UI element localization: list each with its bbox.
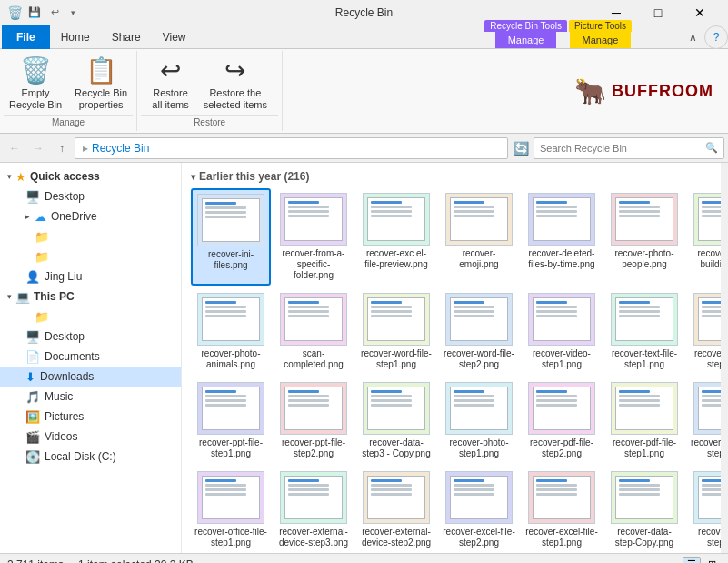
file-item[interactable]: recover-emoji.png	[439, 188, 519, 286]
sidebar-item-folder2[interactable]: 📁	[0, 246, 181, 266]
search-input[interactable]	[540, 143, 702, 154]
file-item[interactable]: recover-pdf-file-step2.png	[522, 377, 602, 464]
restore-group-label: Restore	[141, 115, 278, 129]
file-item[interactable]: recover-text-file-step1.png	[687, 288, 728, 375]
file-item[interactable]: recover-external-device-step2.png	[356, 467, 436, 553]
window-title: Recycle Bin	[335, 6, 393, 19]
ribbon-collapse-btn[interactable]: ∧	[681, 25, 704, 49]
empty-btn-label: EmptyRecycle Bin	[9, 87, 62, 111]
file-item[interactable]: recover-photo-buildings.png	[687, 188, 728, 286]
file-name: recover-excel-file-step2.png	[443, 527, 515, 548]
file-item[interactable]: recover-excel-file-step2.png	[439, 467, 519, 553]
file-grid: recover-ini-files.pngrecover-from-a-spec…	[189, 188, 713, 553]
tab-picture-tools[interactable]: Manage	[570, 32, 632, 48]
file-item[interactable]: recover-word-file-step2.png	[439, 288, 519, 375]
sidebar-item-desktop-qa[interactable]: 🖥️ Desktop	[0, 186, 181, 206]
quick-access-dropdown-btn[interactable]: ▾	[66, 5, 79, 21]
file-item[interactable]: recover-external-device-step3.png	[274, 467, 354, 553]
file-item[interactable]: recover-photo-step1.png	[439, 377, 519, 464]
large-icons-view-button[interactable]: ⊞	[703, 557, 721, 563]
file-item[interactable]: recover-excel-file-step1.png	[522, 467, 602, 553]
file-name: recover-office-file-step1.png	[194, 527, 267, 548]
sidebar-item-local-disk[interactable]: 💽 Local Disk (C:)	[0, 447, 181, 467]
file-item[interactable]: scan-completed.png	[274, 288, 354, 375]
file-item[interactable]: recover-email-step1.png	[687, 467, 728, 553]
local-disk-label: Local Disk (C:)	[45, 450, 116, 463]
file-item[interactable]: recover-ppt-file-step2.png	[274, 377, 354, 464]
search-bar[interactable]: 🔍	[534, 137, 724, 159]
file-thumbnail	[280, 193, 347, 246]
file-item[interactable]: recover-data-step-Copy.png	[604, 467, 684, 553]
file-thumbnail	[197, 471, 264, 524]
tab-recycle-bin[interactable]: Manage	[495, 32, 557, 48]
restore-selected-button[interactable]: ↪ Restore theselected items	[198, 56, 273, 113]
file-item[interactable]: recover-photo-people.png	[604, 188, 684, 286]
file-thumbnail	[528, 293, 595, 346]
file-name: recover-ppt-file-step2.png	[277, 437, 350, 459]
file-thumbnail	[363, 193, 430, 246]
file-item[interactable]: recover-office-file-step1.png	[191, 467, 271, 553]
buffroom-logo-text: BUFFROOM	[612, 82, 713, 101]
tab-share[interactable]: Share	[101, 25, 152, 49]
file-item[interactable]: recover-ini-files.png	[191, 188, 271, 286]
file-item[interactable]: recover-pdf-file-step1.png	[604, 377, 684, 464]
file-item[interactable]: recover-data-step3 - Copy.png	[356, 377, 436, 464]
sidebar-item-downloads[interactable]: ⬇ Downloads	[0, 367, 181, 387]
file-name: recover-from-a-specific-folder.png	[277, 248, 350, 281]
up-button[interactable]: ↑	[51, 137, 73, 159]
close-button[interactable]: ✕	[679, 0, 721, 25]
breadcrumb-bar[interactable]: ▸ Recycle Bin	[75, 137, 508, 159]
computer-icon: 💻	[15, 290, 30, 304]
sidebar-item-folder1[interactable]: 📁	[0, 226, 181, 246]
sidebar-item-jing-liu[interactable]: 👤 Jing Liu	[0, 266, 181, 287]
sidebar-item-videos[interactable]: 🎬 Videos	[0, 427, 181, 447]
jing-liu-label: Jing Liu	[45, 270, 82, 283]
file-item[interactable]: recover-video-step1.png	[522, 288, 602, 375]
file-item[interactable]: recover-text-file-step1.png	[604, 288, 684, 375]
file-thumbnail	[528, 193, 595, 246]
details-view-button[interactable]: ☰	[683, 557, 701, 563]
item-count: 2,711 items	[7, 558, 64, 563]
tab-home[interactable]: Home	[50, 25, 101, 49]
file-name: recover-exc el-file-preview.png	[360, 248, 433, 270]
quick-access-undo-btn[interactable]: ↩	[46, 5, 63, 21]
file-name: recover-photo-people.png	[608, 248, 681, 270]
file-item[interactable]: recover-ppt-file-step1.png	[191, 377, 271, 464]
file-area[interactable]: ▾ Earlier this year (216) recover-ini-fi…	[182, 163, 728, 553]
file-thumbnail	[363, 293, 430, 346]
restore-all-items-button[interactable]: ↩ Restoreall items	[146, 56, 194, 113]
local-disk-icon: 💽	[25, 450, 40, 464]
maximize-button[interactable]: □	[637, 0, 679, 25]
breadcrumb-text: Recycle Bin	[92, 142, 149, 155]
file-item[interactable]: recover-from-a-specific-folder.png	[274, 188, 354, 286]
back-button[interactable]: ←	[4, 137, 25, 159]
chevron-right-onedrive: ▸	[25, 212, 30, 221]
sidebar-item-documents[interactable]: 📄 Documents	[0, 347, 181, 367]
sidebar-item-quick-access[interactable]: ▾ ★ Quick access	[0, 166, 181, 186]
file-item[interactable]: recover-word-file-step1.png	[356, 288, 436, 375]
file-thumbnail	[611, 193, 678, 246]
tab-view[interactable]: View	[152, 25, 197, 49]
sidebar-item-this-pc[interactable]: ▾ 💻 This PC	[0, 287, 181, 307]
file-item[interactable]: recover-exc el-file-preview.png	[356, 188, 436, 286]
properties-icon: 📋	[85, 58, 117, 84]
file-item[interactable]: recover-photo-animals.png	[191, 288, 271, 375]
quick-access-save-btn[interactable]: 💾	[26, 5, 43, 21]
sidebar: ▾ ★ Quick access 🖥️ Desktop ▸ ☁ OneDrive…	[0, 163, 182, 553]
help-button[interactable]: ?	[704, 25, 728, 49]
tab-file[interactable]: File	[2, 25, 50, 49]
file-item[interactable]: recover-office-file-step2.png	[687, 377, 728, 464]
sidebar-item-desktop-pc[interactable]: 🖥️ Desktop	[0, 327, 181, 347]
file-item[interactable]: recover-deleted-files-by-time.png	[522, 188, 602, 286]
sidebar-item-music[interactable]: 🎵 Music	[0, 387, 181, 407]
file-name: recover-data-step3 - Copy.png	[360, 437, 433, 459]
forward-button[interactable]: →	[27, 137, 49, 159]
sidebar-item-pictures[interactable]: 🖼️ Pictures	[0, 407, 181, 427]
section-label: Earlier this year (216)	[199, 170, 309, 183]
file-thumbnail	[611, 382, 678, 435]
sidebar-item-pc-folder[interactable]: 📁	[0, 307, 181, 327]
recycle-bin-properties-button[interactable]: 📋 Recycle Binproperties	[69, 56, 133, 113]
refresh-button[interactable]: 🔄	[510, 137, 532, 159]
empty-recycle-bin-button[interactable]: 🗑️ EmptyRecycle Bin	[4, 56, 67, 113]
sidebar-item-onedrive[interactable]: ▸ ☁ OneDrive	[0, 206, 181, 226]
